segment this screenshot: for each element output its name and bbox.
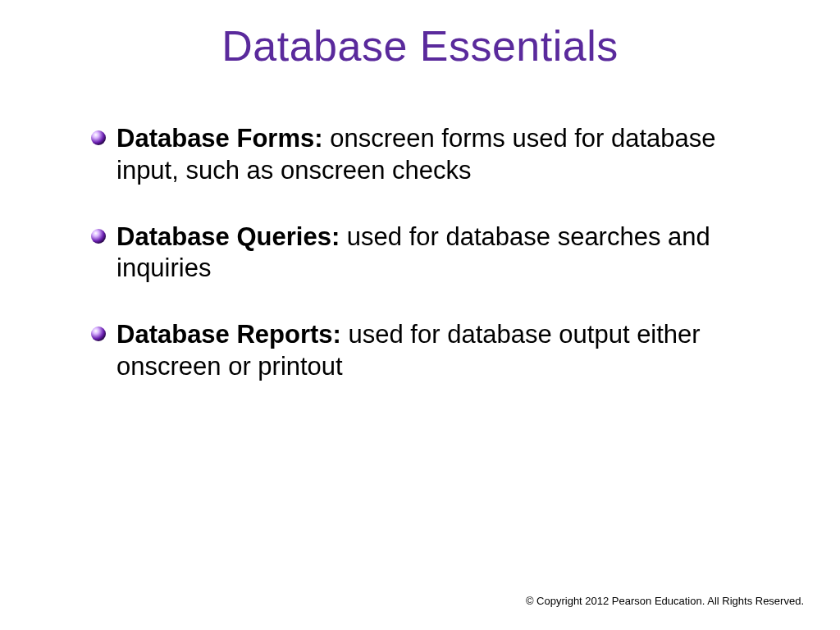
bullet-text: Database Queries: used for database sear… [116, 221, 763, 285]
sphere-bullet-icon [90, 130, 107, 146]
svg-point-0 [91, 130, 106, 145]
list-item: Database Reports: used for database outp… [90, 319, 763, 383]
bullet-term: Database Queries: [116, 222, 340, 251]
svg-point-2 [91, 326, 106, 341]
slide-title: Database Essentials [0, 21, 840, 71]
bullet-text: Database Reports: used for database outp… [116, 319, 763, 383]
bullet-text: Database Forms: onscreen forms used for … [116, 123, 763, 187]
list-item: Database Forms: onscreen forms used for … [90, 123, 763, 187]
list-item: Database Queries: used for database sear… [90, 221, 763, 285]
bullet-term: Database Reports: [116, 320, 341, 349]
sphere-bullet-icon [90, 326, 107, 342]
bullet-list: Database Forms: onscreen forms used for … [90, 123, 763, 418]
bullet-term: Database Forms: [116, 124, 323, 153]
slide: Database Essentials Data [0, 0, 840, 630]
sphere-bullet-icon [90, 228, 107, 244]
copyright-text: © Copyright 2012 Pearson Education. All … [526, 595, 804, 607]
svg-point-1 [91, 229, 106, 244]
